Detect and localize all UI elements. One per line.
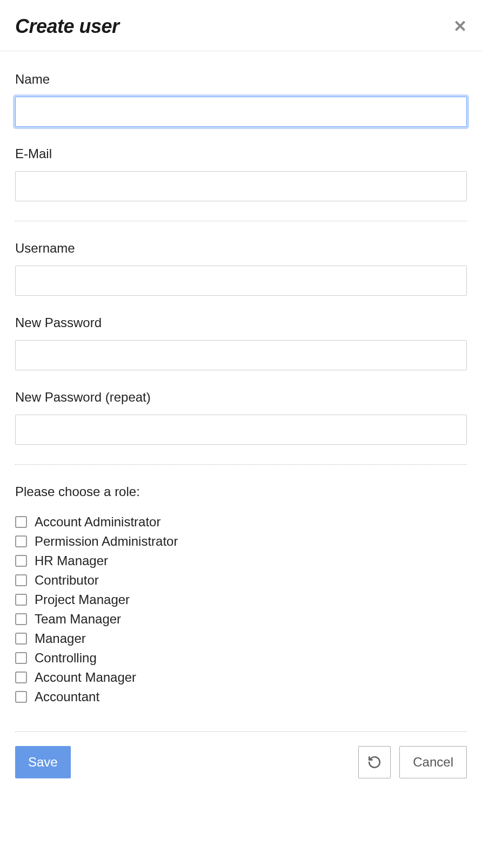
section-divider xyxy=(15,221,467,221)
role-label: Permission Administrator xyxy=(35,534,178,549)
role-item: Controlling xyxy=(15,650,467,666)
email-input[interactable] xyxy=(15,171,467,201)
password-repeat-label: New Password (repeat) xyxy=(15,390,467,405)
password-input[interactable] xyxy=(15,340,467,370)
role-label: Team Manager xyxy=(35,612,121,627)
password-label: New Password xyxy=(15,315,467,330)
role-checkbox-project-manager[interactable] xyxy=(15,594,27,606)
create-user-modal: Create user ✕ Name E-Mail Username New P… xyxy=(0,0,482,797)
cancel-button[interactable]: Cancel xyxy=(399,746,467,778)
role-checkbox-accountant[interactable] xyxy=(15,691,27,703)
role-label: Account Manager xyxy=(35,670,136,685)
role-item: Contributor xyxy=(15,573,467,588)
role-label: Project Manager xyxy=(35,592,130,607)
role-label: Accountant xyxy=(35,689,99,704)
field-group-name: Name xyxy=(15,72,467,127)
role-label: Controlling xyxy=(35,650,97,666)
role-checkbox-permission-administrator[interactable] xyxy=(15,535,27,547)
roles-label: Please choose a role: xyxy=(15,484,467,499)
undo-icon xyxy=(367,755,381,769)
role-item: Account Manager xyxy=(15,670,467,685)
modal-title: Create user xyxy=(15,15,119,38)
role-checkbox-account-administrator[interactable] xyxy=(15,516,27,528)
password-repeat-input[interactable] xyxy=(15,415,467,445)
section-divider xyxy=(15,464,467,465)
modal-footer: Save Cancel xyxy=(0,732,482,797)
role-item: Team Manager xyxy=(15,612,467,627)
modal-header: Create user ✕ xyxy=(0,0,482,51)
role-label: Account Administrator xyxy=(35,514,160,530)
footer-right: Cancel xyxy=(358,746,467,778)
role-checkbox-team-manager[interactable] xyxy=(15,613,27,625)
save-button[interactable]: Save xyxy=(15,746,71,778)
field-group-password: New Password xyxy=(15,315,467,370)
cancel-button-label: Cancel xyxy=(413,755,453,770)
save-button-label: Save xyxy=(28,755,58,770)
field-group-username: Username xyxy=(15,241,467,296)
modal-body: Name E-Mail Username New Password New Pa… xyxy=(0,51,482,731)
reset-button[interactable] xyxy=(358,746,391,778)
role-item: HR Manager xyxy=(15,553,467,568)
name-input[interactable] xyxy=(15,97,467,127)
name-label: Name xyxy=(15,72,467,87)
email-label: E-Mail xyxy=(15,146,467,161)
role-item: Account Administrator xyxy=(15,514,467,530)
role-label: Contributor xyxy=(35,573,99,588)
role-label: HR Manager xyxy=(35,553,108,568)
roles-list: Account Administrator Permission Adminis… xyxy=(15,514,467,704)
close-button[interactable]: ✕ xyxy=(453,18,467,35)
role-checkbox-account-manager[interactable] xyxy=(15,672,27,683)
roles-section: Please choose a role: Account Administra… xyxy=(15,484,467,704)
role-item: Accountant xyxy=(15,689,467,704)
username-input[interactable] xyxy=(15,266,467,296)
role-checkbox-manager[interactable] xyxy=(15,633,27,645)
role-checkbox-controlling[interactable] xyxy=(15,652,27,664)
role-item: Project Manager xyxy=(15,592,467,607)
role-item: Permission Administrator xyxy=(15,534,467,549)
role-checkbox-contributor[interactable] xyxy=(15,574,27,586)
role-checkbox-hr-manager[interactable] xyxy=(15,555,27,567)
close-icon: ✕ xyxy=(453,17,467,35)
field-group-email: E-Mail xyxy=(15,146,467,201)
role-label: Manager xyxy=(35,631,86,646)
username-label: Username xyxy=(15,241,467,256)
field-group-password-repeat: New Password (repeat) xyxy=(15,390,467,445)
role-item: Manager xyxy=(15,631,467,646)
